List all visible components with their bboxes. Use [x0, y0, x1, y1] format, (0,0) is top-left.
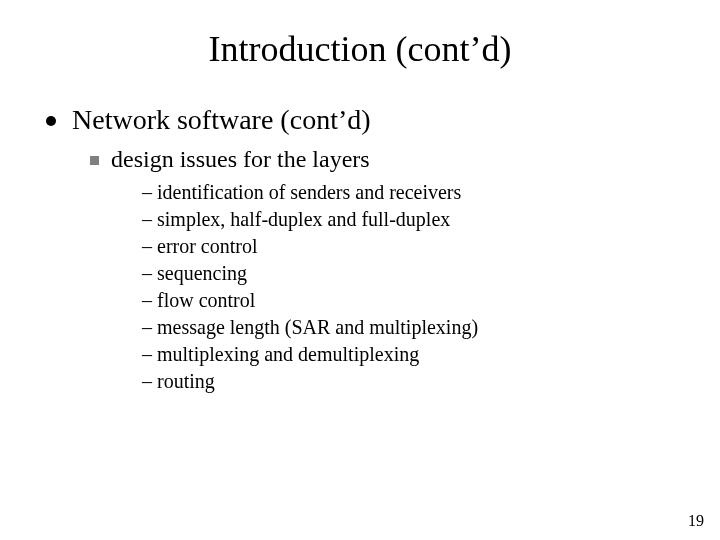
bullet-level-2: design issues for the layers [90, 146, 720, 173]
l3-item: – message length (SAR and multiplexing) [142, 314, 720, 341]
page-number: 19 [688, 512, 704, 530]
slide-title: Introduction (cont’d) [0, 0, 720, 80]
bullet-level-1: Network software (cont’d) [46, 104, 720, 136]
l3-item: – error control [142, 233, 720, 260]
square-bullet-icon [90, 156, 99, 165]
slide-content: Network software (cont’d) design issues … [0, 80, 720, 395]
disc-bullet-icon [46, 116, 56, 126]
l1-text: Network software (cont’d) [72, 104, 371, 136]
l3-item: – sequencing [142, 260, 720, 287]
l3-item: – flow control [142, 287, 720, 314]
l3-item: – identification of senders and receiver… [142, 179, 720, 206]
l3-item: – routing [142, 368, 720, 395]
slide: Introduction (cont’d) Network software (… [0, 0, 720, 540]
bullet-level-3-group: – identification of senders and receiver… [142, 179, 720, 395]
l2-text: design issues for the layers [111, 146, 370, 173]
l3-item: – simplex, half-duplex and full-duplex [142, 206, 720, 233]
l3-item: – multiplexing and demultiplexing [142, 341, 720, 368]
